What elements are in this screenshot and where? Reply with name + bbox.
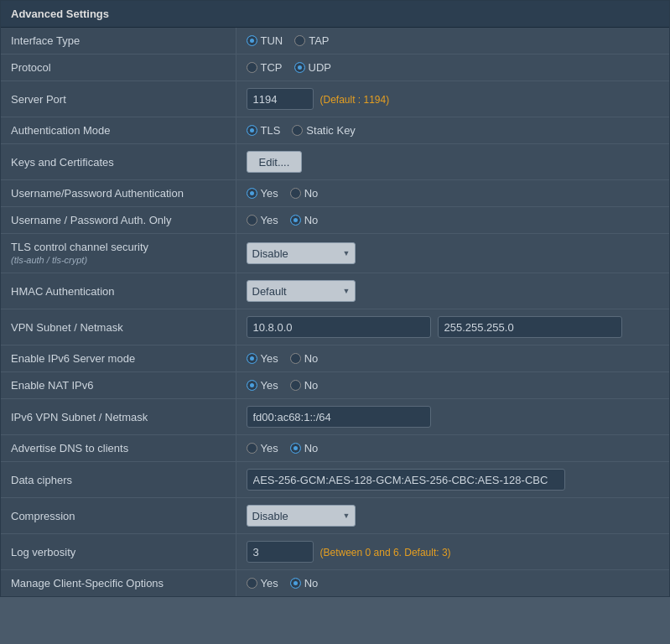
radio-group-username-password-only: YesNo: [247, 214, 660, 226]
button-keys-certs[interactable]: Edit....: [247, 151, 303, 173]
input-data-ciphers[interactable]: [247, 469, 565, 491]
radio-item-auth-mode-static-key[interactable]: Static Key: [292, 124, 356, 137]
radio-label-interface-type-tap: TAP: [309, 34, 329, 47]
value-advertise-dns: YesNo: [236, 435, 669, 462]
select-wrapper-hmac-auth: DefaultMD5SHA1SHA256: [247, 280, 356, 302]
label-log-verbosity: Log verbosity: [1, 534, 236, 570]
radio-item-advertise-dns-no[interactable]: No: [290, 442, 319, 454]
radio-item-username-password-auth-yes[interactable]: Yes: [247, 187, 278, 200]
row-manage-client: Manage Client-Specific OptionsYesNo: [1, 570, 669, 597]
radio-item-username-password-auth-no[interactable]: No: [290, 187, 319, 200]
input-pair-vpn-subnet: [247, 316, 660, 338]
radio-label-manage-client-no: No: [304, 577, 319, 589]
radio-label-auth-mode-static-key: Static Key: [306, 124, 356, 137]
radio-group-advertise-dns: YesNo: [247, 442, 660, 454]
value-keys-certs: Edit....: [236, 144, 669, 180]
radio-item-interface-type-tun[interactable]: TUN: [247, 34, 283, 47]
radio-label-nat-ipv6-yes: Yes: [261, 379, 278, 392]
settings-table: Interface TypeTUNTAPProtocolTCPUDPServer…: [1, 28, 669, 596]
hint-log-verbosity: (Between 0 and 6. Default: 3): [320, 547, 451, 558]
row-username-password-only: Username / Password Auth. OnlyYesNo: [1, 207, 669, 234]
radio-label-manage-client-yes: Yes: [261, 577, 278, 589]
label-compression: Compression: [1, 498, 236, 534]
hint-server-port: (Default : 1194): [320, 94, 390, 106]
select-hmac-auth[interactable]: DefaultMD5SHA1SHA256: [247, 280, 356, 302]
row-auth-mode: Authentication ModeTLSStatic Key: [1, 117, 669, 144]
value-username-password-only: YesNo: [236, 207, 669, 234]
radio-indicator-advertise-dns-no: [290, 443, 301, 454]
radio-item-interface-type-tap[interactable]: TAP: [294, 34, 329, 47]
radio-indicator-username-password-auth-yes: [247, 188, 257, 199]
radio-item-ipv6-server-mode-no[interactable]: No: [290, 352, 319, 365]
input-log-verbosity[interactable]: [247, 541, 314, 563]
row-vpn-subnet: VPN Subnet / Netmask: [1, 309, 669, 345]
input-subnet-vpn-subnet[interactable]: [247, 316, 431, 338]
radio-item-protocol-udp[interactable]: UDP: [294, 61, 331, 74]
select-wrapper-compression: DisableLZOLZ4: [247, 505, 356, 527]
radio-group-interface-type: TUNTAP: [247, 34, 660, 47]
label-interface-type: Interface Type: [1, 28, 236, 55]
radio-indicator-nat-ipv6-no: [290, 380, 301, 391]
label-hmac-auth: HMAC Authentication: [1, 273, 236, 309]
radio-item-auth-mode-tls[interactable]: TLS: [247, 124, 281, 137]
radio-indicator-username-password-only-no: [290, 215, 301, 226]
label-protocol: Protocol: [1, 55, 236, 81]
radio-label-advertise-dns-no: No: [304, 442, 319, 454]
select-tls-control[interactable]: Disabletls-authtls-crypt: [247, 242, 356, 264]
radio-indicator-username-password-auth-no: [290, 188, 301, 199]
input-server-port[interactable]: [247, 88, 314, 110]
radio-label-username-password-auth-no: No: [304, 187, 319, 200]
radio-label-ipv6-server-mode-yes: Yes: [261, 352, 278, 365]
value-nat-ipv6: YesNo: [236, 372, 669, 399]
radio-indicator-manage-client-no: [290, 578, 301, 589]
radio-label-auth-mode-tls: TLS: [261, 124, 281, 137]
row-tls-control: TLS control channel security(tls-auth / …: [1, 234, 669, 273]
input-netmask-vpn-subnet[interactable]: [438, 316, 622, 338]
label-advertise-dns: Advertise DNS to clients: [1, 435, 236, 462]
value-manage-client: YesNo: [236, 570, 669, 597]
label-username-password-only: Username / Password Auth. Only: [1, 207, 236, 234]
radio-indicator-protocol-udp: [294, 62, 305, 73]
label-username-password-auth: Username/Password Authentication: [1, 180, 236, 207]
row-nat-ipv6: Enable NAT IPv6YesNo: [1, 372, 669, 399]
radio-indicator-auth-mode-static-key: [292, 125, 303, 136]
radio-item-username-password-only-no[interactable]: No: [290, 214, 319, 226]
label-nat-ipv6: Enable NAT IPv6: [1, 372, 236, 399]
radio-indicator-advertise-dns-yes: [247, 443, 257, 454]
radio-group-protocol: TCPUDP: [247, 61, 660, 74]
select-compression[interactable]: DisableLZOLZ4: [247, 505, 356, 527]
input-ipv6-subnet[interactable]: [247, 406, 431, 428]
radio-item-advertise-dns-yes[interactable]: Yes: [247, 442, 278, 454]
value-data-ciphers: [236, 462, 669, 498]
value-ipv6-server-mode: YesNo: [236, 345, 669, 372]
value-interface-type: TUNTAP: [236, 28, 669, 55]
row-protocol: ProtocolTCPUDP: [1, 55, 669, 81]
radio-label-advertise-dns-yes: Yes: [261, 442, 278, 454]
row-ipv6-server-mode: Enable IPv6 Server modeYesNo: [1, 345, 669, 372]
value-tls-control: Disabletls-authtls-crypt: [236, 234, 669, 273]
label-data-ciphers: Data ciphers: [1, 462, 236, 498]
row-compression: CompressionDisableLZOLZ4: [1, 498, 669, 534]
label-tls-control: TLS control channel security(tls-auth / …: [1, 234, 236, 273]
radio-item-nat-ipv6-yes[interactable]: Yes: [247, 379, 278, 392]
radio-item-username-password-only-yes[interactable]: Yes: [247, 214, 278, 226]
select-wrapper-tls-control: Disabletls-authtls-crypt: [247, 242, 356, 264]
label-keys-certs: Keys and Certificates: [1, 144, 236, 180]
radio-indicator-username-password-only-yes: [247, 215, 257, 226]
value-hmac-auth: DefaultMD5SHA1SHA256: [236, 273, 669, 309]
radio-item-manage-client-no[interactable]: No: [290, 577, 319, 589]
label-ipv6-subnet: IPv6 VPN Subnet / Netmask: [1, 399, 236, 435]
radio-label-protocol-tcp: TCP: [261, 61, 283, 74]
radio-label-ipv6-server-mode-no: No: [304, 352, 319, 365]
radio-item-nat-ipv6-no[interactable]: No: [290, 379, 319, 392]
row-ipv6-subnet: IPv6 VPN Subnet / Netmask: [1, 399, 669, 435]
radio-item-protocol-tcp[interactable]: TCP: [247, 61, 283, 74]
value-compression: DisableLZOLZ4: [236, 498, 669, 534]
radio-indicator-nat-ipv6-yes: [247, 380, 257, 391]
radio-item-manage-client-yes[interactable]: Yes: [247, 577, 278, 589]
row-interface-type: Interface TypeTUNTAP: [1, 28, 669, 55]
radio-item-ipv6-server-mode-yes[interactable]: Yes: [247, 352, 278, 365]
radio-label-username-password-auth-yes: Yes: [261, 187, 278, 200]
value-auth-mode: TLSStatic Key: [236, 117, 669, 144]
radio-indicator-ipv6-server-mode-yes: [247, 353, 257, 364]
